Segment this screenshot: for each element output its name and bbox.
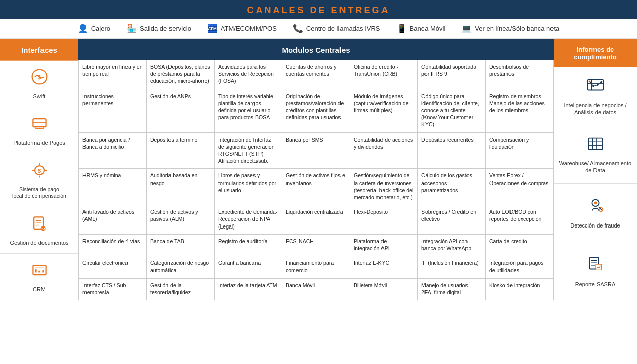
grid-cell: Libro mayor en línea y en tiempo real: [79, 60, 147, 89]
sidebar-item-plataforma: Plataforma de Pagos: [0, 107, 78, 154]
atm-icon: 🏧: [207, 24, 218, 33]
banca-icon: 📱: [397, 24, 407, 33]
grid-cell: Registro de miembros, Manejo de las acci…: [486, 89, 554, 133]
right-sidebar: Informes de cumplimiento Inteligenc: [554, 39, 637, 300]
grid-cell: Integración API con banca por WhatsApp: [418, 235, 486, 257]
deteccion-label: Detección de fraude: [570, 222, 620, 229]
grid-cell: Manejo de usuarios, 2FA, firma digital: [418, 279, 486, 301]
grid-cell: Código único para identificación del cli…: [418, 89, 486, 133]
channel-salida: 🏪 Salida de servicio: [126, 24, 191, 33]
grid-cell: Gestión de activos fijos e inventarios: [282, 169, 350, 205]
channels-bar: 👤 Cajero 🏪 Salida de servicio 🏧 ATM/ECOM…: [0, 19, 637, 39]
cajero-icon: 👤: [78, 24, 88, 33]
center-content: Modulos Centrales Libro mayor en línea y…: [78, 39, 554, 300]
svg-rect-16: [38, 271, 40, 273]
grid-cell: Depósitos recurrentes: [418, 133, 486, 169]
plataforma-label: Plataforma de Pagos: [13, 139, 65, 146]
grid-cell: BOSA (Depósitos, planes de préstamos par…: [147, 60, 215, 89]
grid-cell: Banca por SMS: [282, 133, 350, 169]
grid-cell: Cuentas de ahorros y cuentas corrientes: [282, 60, 350, 89]
grid-cell: Gestión de activos y pasivos (ALM): [147, 205, 215, 235]
left-sidebar-items: $ Swift Plataforma de Pagos: [0, 61, 78, 300]
grid-cell: Banca de TAB: [147, 235, 215, 257]
grid-cell: Kiosko de integración: [486, 279, 554, 301]
swift-icon: $: [30, 68, 49, 89]
channel-atm: 🏧 ATM/ECOMM/POS: [207, 24, 277, 33]
grid-cell: Expediente de demanda-Recuperación de NP…: [215, 205, 282, 235]
center-header: Modulos Centrales: [78, 39, 554, 60]
svg-rect-2: [33, 119, 46, 127]
grid-cell: Desembolsos de prestamos: [486, 60, 554, 89]
grid-cell: Anti lavado de activos (AML): [79, 205, 147, 235]
channel-cajero-label: Cajero: [91, 25, 110, 32]
channel-banca-label: Banca Móvil: [410, 25, 446, 32]
grid-container: Libro mayor en línea y en tiempo realBOS…: [78, 60, 554, 300]
main-container: Interfaces $ Swift: [0, 39, 637, 300]
grid-cell: Financiamiento para comercio: [282, 256, 350, 279]
grid-cell: ECS-NACH: [282, 235, 350, 257]
sistema-label: Sistema de pago local de compensación: [12, 186, 66, 200]
grid-cell: Libros de pases y formularios definidos …: [215, 169, 282, 205]
salida-icon: 🏪: [126, 24, 137, 33]
gestion-label: Gestión de documentos: [10, 239, 68, 246]
channel-ver-label: Ver en línea/Sólo banca neta: [475, 25, 559, 32]
channel-cajero: 👤 Cajero: [78, 24, 110, 33]
grid-cell: Garantía bancaria: [215, 256, 282, 279]
sidebar-item-crm: CRM: [0, 254, 78, 300]
grid-cell: Flexi-Deposito: [350, 205, 418, 235]
crm-icon: [30, 261, 49, 283]
grid-cell: Integración para pagos de utilidades: [486, 256, 554, 279]
svg-rect-38: [596, 264, 601, 270]
right-item-warehouse: Wareohuse/ Almacenamiento de Data: [554, 125, 637, 184]
grid-cell: Oficina de credito - TransUnion (CRB): [350, 60, 418, 89]
centro-icon: 📞: [293, 24, 303, 33]
grid-cell: Liquidación centralizada: [282, 205, 350, 235]
grid-cell: Interfaz E-KYC: [350, 256, 418, 279]
sidebar-item-sistema: $ Sistema de pago local de compensación: [0, 154, 78, 207]
reporte-label: Reporte SASRA: [575, 281, 615, 288]
channel-salida-label: Salida de servicio: [140, 25, 191, 32]
grid-cell: Gestión/seguimiento de la cartera de inv…: [350, 169, 418, 205]
grid-cell: Integración de Interfaz de siguiente gen…: [215, 133, 282, 169]
ver-icon: 💻: [461, 24, 472, 33]
grid-cell: Módulo de imágenes (captura/verificación…: [350, 89, 418, 133]
grid-cell: HRMS y nómina: [79, 169, 147, 205]
crm-label: CRM: [33, 286, 46, 293]
grid-cell: Contabilidad de acciones y dividendos: [350, 133, 418, 169]
gestion-icon: [30, 214, 49, 236]
grid-cell: Tipo de interés variable, plantilla de c…: [215, 89, 282, 133]
svg-point-31: [594, 201, 597, 204]
plataforma-icon: [30, 114, 49, 136]
grid-cell: Compensación y liquidación: [486, 133, 554, 169]
header-title: CANALES DE ENTREGA: [0, 5, 637, 16]
left-sidebar-header: Interfaces: [0, 39, 78, 61]
grid-cell: Interfaz CTS / Sub-membresía: [79, 279, 147, 301]
grid-cell: Depósitos a termino: [147, 133, 215, 169]
deteccion-icon: [586, 196, 605, 219]
sidebar-item-gestion: Gestión de documentos: [0, 207, 78, 254]
channel-ver: 💻 Ver en línea/Sólo banca neta: [461, 24, 559, 33]
inteligencia-label: Inteligencia de negocios / Análisis de d…: [559, 102, 632, 116]
grid-cell: Ventas Forex / Operaciones de compras: [486, 169, 554, 205]
grid-cell: Registro de auditoría: [215, 235, 282, 257]
grid-cell: Auditoria basada en riesgo: [147, 169, 215, 205]
grid-cell: Actividades para los Servicios de Recepc…: [215, 60, 282, 89]
header: CANALES DE ENTREGA: [0, 0, 637, 19]
svg-rect-15: [35, 269, 37, 272]
warehouse-label: Wareohuse/ Almacenamiento de Data: [559, 160, 632, 174]
grid-cell: Categorización de riesgo automática: [147, 256, 215, 279]
swift-label: Swift: [33, 93, 46, 100]
right-item-deteccion: Detección de fraude: [554, 184, 637, 242]
grid-cell: Instrucciones permanentes: [79, 89, 147, 133]
sidebar-item-swift: $ Swift: [0, 61, 78, 107]
right-item-inteligencia: Inteligencia de negocios / Análisis de d…: [554, 67, 637, 125]
right-item-reporte: Reporte SASRA: [554, 242, 637, 301]
grid-cell: Reconciliación de 4 vías: [79, 235, 147, 257]
svg-rect-17: [42, 270, 44, 272]
svg-text:$: $: [38, 167, 41, 173]
sistema-icon: $: [30, 161, 49, 183]
channel-atm-label: ATM/ECOMM/POS: [221, 25, 277, 32]
right-sidebar-header: Informes de cumplimiento: [554, 39, 637, 67]
grid-cell: Billetera Móvil: [350, 279, 418, 301]
grid-cell: Sobregiros / Credito en efectivo: [418, 205, 486, 235]
